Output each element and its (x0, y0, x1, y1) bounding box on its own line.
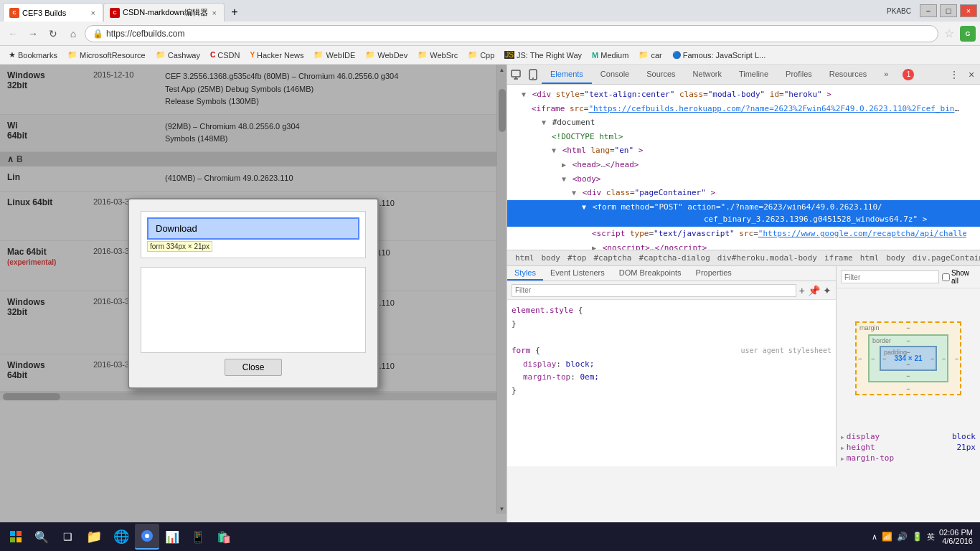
add-style-rule-icon[interactable]: + (799, 285, 805, 296)
taskbar-vs[interactable]: 📊 (159, 524, 185, 550)
bookmark-jsrightway[interactable]: JS JS: The Right Way (500, 50, 586, 61)
padding-left-val[interactable]: − (882, 355, 886, 362)
computed-prop-display[interactable]: display (841, 432, 880, 441)
border-left-val[interactable]: − (871, 355, 875, 362)
border-right-val[interactable]: − (942, 355, 946, 362)
tree-line[interactable]: ▶ <head>…</head> (507, 158, 980, 172)
computed-prop-height[interactable]: height (841, 443, 875, 452)
bc-html[interactable]: html (512, 253, 538, 263)
battery-icon[interactable]: 🔋 (912, 532, 923, 542)
padding-right-val[interactable]: − (930, 355, 934, 362)
bc-pagecontainer[interactable]: div.pageContainer (909, 253, 980, 263)
bc-body[interactable]: body (538, 253, 565, 263)
bookmark-hackernews[interactable]: Y Hacker News (245, 50, 308, 61)
system-clock[interactable]: 02:06 PM 4/6/2016 (939, 528, 973, 545)
bookmark-famous[interactable]: 🔵 Famous: JavaScript L... (668, 50, 771, 61)
bc-top[interactable]: #top (564, 253, 590, 263)
tree-line[interactable]: <!DOCTYPE html> (507, 130, 980, 144)
border-top-val[interactable]: − (906, 337, 910, 344)
bc-captcha[interactable]: #captcha (590, 253, 636, 263)
bookmark-cashway[interactable]: 📁 Cashway (151, 49, 204, 61)
padding-top-val[interactable]: − (906, 349, 910, 356)
styles-tab-styles[interactable]: Styles (507, 266, 543, 281)
forward-button[interactable]: → (24, 25, 42, 42)
taskbar-chrome[interactable] (135, 524, 159, 550)
tab-cef3builds[interactable]: C CEF3 Builds × (3, 3, 103, 22)
bookmark-websrc[interactable]: 📁 WebSrc (413, 49, 462, 61)
tree-line[interactable]: ▼ <body> (507, 172, 980, 187)
devtools-tab-elements[interactable]: Elements (542, 65, 592, 84)
tree-line[interactable]: ▼ <div style="text-align:center" class="… (507, 88, 980, 102)
search-button[interactable]: 🔍 (29, 524, 55, 550)
volume-icon[interactable]: 🔊 (897, 532, 908, 542)
tree-line[interactable]: ▼ <html lang="en" > (507, 143, 980, 158)
close-window-button[interactable]: × (960, 4, 977, 17)
bookmark-csdn[interactable]: C CSDN (206, 50, 244, 61)
error-badge[interactable]: 1 (900, 66, 917, 83)
bc-heroku[interactable]: div#heroku.modal-body (714, 253, 821, 263)
bc-iframe[interactable]: iframe (821, 253, 857, 263)
styles-tab-event-listeners[interactable]: Event Listeners (543, 266, 612, 281)
taskbar-android[interactable]: 📱 (185, 524, 211, 550)
taskbar-browser[interactable]: 🌐 (108, 524, 135, 550)
computed-prop-margin-top[interactable]: margin-top (841, 453, 894, 463)
pin-icon[interactable]: 📌 (808, 285, 820, 296)
computed-filter-input[interactable] (841, 270, 939, 283)
refresh-button[interactable]: ↻ (44, 25, 62, 42)
bc-body2[interactable]: body (882, 253, 909, 263)
devtools-inspect-icon[interactable] (507, 66, 524, 83)
bc-captcha-dialog[interactable]: #captcha-dialog (635, 253, 713, 263)
lang-indicator[interactable]: 英 (927, 532, 935, 542)
tab-csdn[interactable]: C CSDN-markdown编辑器 × (103, 3, 225, 22)
tree-line[interactable]: ▼ <div class="pageContainer" > (507, 186, 980, 200)
devtools-tab-network[interactable]: Network (684, 65, 730, 84)
bookmark-bookmarks[interactable]: ★ Bookmarks (4, 49, 62, 61)
tree-line-selected[interactable]: ▼ <form method="POST" action="./?name=26… (507, 200, 980, 227)
network-icon[interactable]: 📶 (882, 532, 892, 542)
bookmark-microsoft[interactable]: 📁 MicrosoftResource (63, 49, 150, 61)
styles-tab-properties[interactable]: Properties (689, 266, 739, 281)
margin-bottom-val[interactable]: − (906, 385, 910, 392)
bookmark-cpp[interactable]: 📁 Cpp (463, 49, 499, 61)
tree-line[interactable]: <iframe src="https://cefbuilds.herokuapp… (507, 102, 966, 116)
bookmark-webdev[interactable]: 📁 WebDev (361, 49, 412, 61)
taskbar-file-explorer[interactable]: 📁 (80, 524, 108, 550)
show-all-label[interactable]: Show all (942, 269, 976, 285)
devtools-settings-icon[interactable]: ⋮ (946, 66, 963, 83)
back-button[interactable]: ← (4, 25, 22, 42)
devtools-tab-timeline[interactable]: Timeline (730, 65, 777, 84)
devtools-mobile-icon[interactable] (524, 66, 542, 83)
devtools-tab-profiles[interactable]: Profiles (777, 65, 821, 84)
padding-bottom-val[interactable]: − (906, 361, 910, 368)
bookmark-car[interactable]: 📁 car (634, 49, 666, 61)
maximize-button[interactable]: □ (940, 4, 957, 17)
task-view-button[interactable]: ❑ (55, 524, 80, 550)
address-bar[interactable]: 🔒 https://cefbuilds.com (85, 25, 938, 42)
tab-close-cef3[interactable]: × (90, 9, 97, 17)
start-button[interactable] (3, 524, 29, 550)
bookmark-star[interactable]: ☆ (944, 27, 954, 40)
more-icon[interactable]: ✦ (823, 285, 831, 296)
devtools-tab-console[interactable]: Console (592, 65, 638, 84)
tree-line[interactable]: ▶ <noscript>…</noscript> (507, 241, 980, 250)
border-bottom-val[interactable]: − (906, 372, 910, 380)
home-button[interactable]: ⌂ (65, 25, 82, 42)
devtools-tab-more[interactable]: » (875, 65, 897, 84)
download-button[interactable]: Download (147, 217, 359, 240)
devtools-close-icon[interactable]: × (963, 66, 980, 83)
tree-line[interactable]: <script type="text/javascript" src="http… (507, 227, 966, 241)
extension-icon[interactable]: G (960, 26, 976, 42)
tree-line[interactable]: ▼ #document (507, 116, 980, 130)
bookmark-medium[interactable]: M Medium (588, 50, 633, 61)
tray-up-arrow[interactable]: ∧ (872, 532, 877, 542)
margin-left-val[interactable]: − (858, 355, 862, 362)
bc-html2[interactable]: html (857, 253, 883, 263)
tab-close-csdn[interactable]: × (211, 9, 218, 17)
margin-top-val[interactable]: − (906, 324, 910, 331)
taskbar-store[interactable]: 🛍️ (211, 524, 237, 550)
styles-filter-input[interactable] (512, 284, 796, 297)
minimize-button[interactable]: − (920, 4, 937, 17)
styles-tab-dom-breakpoints[interactable]: DOM Breakpoints (612, 266, 689, 281)
new-tab-btn[interactable]: + (225, 3, 245, 22)
bookmark-webide[interactable]: 📁 WebIDE (309, 49, 359, 61)
